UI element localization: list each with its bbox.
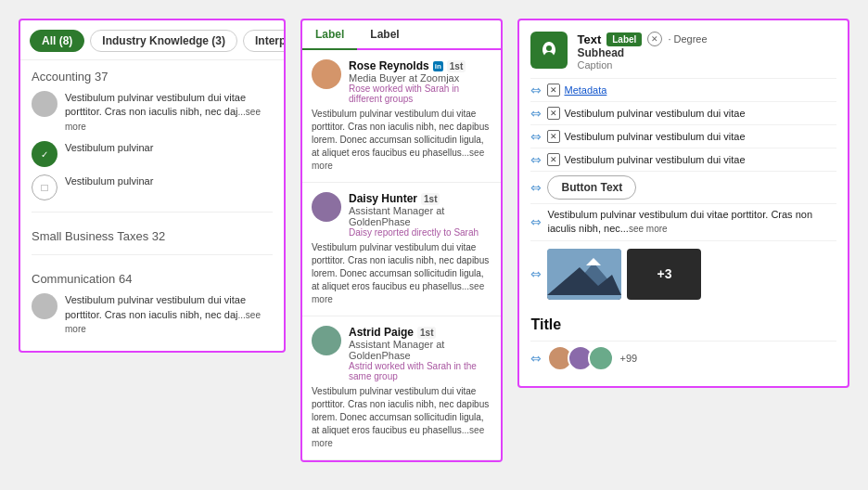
image-count[interactable]: +3 bbox=[627, 249, 701, 300]
person-title: Media Buyer at Zoomjax bbox=[349, 72, 491, 84]
tab-label-1[interactable]: Label bbox=[302, 20, 357, 50]
person-name: Astrid Paige 1st bbox=[349, 326, 491, 339]
avatars-container: +99 bbox=[547, 345, 637, 371]
tab-label-2[interactable]: Label bbox=[357, 20, 412, 50]
tab-bar: Label Label bbox=[302, 20, 501, 50]
image-mountain[interactable] bbox=[547, 249, 621, 300]
arrow-left-right-icon: ⇔ bbox=[530, 152, 542, 167]
person-title: Assistant Manager at GoldenPhase bbox=[349, 205, 491, 227]
arrow-left-right-icon: ⇔ bbox=[530, 83, 542, 97]
checkbox-text: Vestibulum pulvinar vestibulum dui vitae bbox=[564, 154, 745, 165]
images-row: ⇔ +3 bbox=[530, 240, 836, 307]
metadata-link[interactable]: Metadata bbox=[564, 84, 606, 96]
section-title-accounting: Accounting 37 bbox=[20, 60, 284, 87]
section-accounting: Accounting 37 Vestibulum pulvinar vestib… bbox=[20, 60, 284, 204]
checkbox-icon: ✕ bbox=[547, 153, 560, 166]
list-item: ✓ Vestibulum pulvinar bbox=[20, 137, 284, 171]
checkbox-text: Vestibulum pulvinar vestibulum dui vitae bbox=[564, 131, 745, 142]
button-row: ⇔ Button Text bbox=[530, 171, 836, 203]
avatar bbox=[32, 293, 57, 319]
avatar-daisy bbox=[312, 192, 341, 222]
filter-industry[interactable]: Industry Knowledge (3) bbox=[90, 30, 237, 52]
checkbox-row-2: ⇔ ✕ Vestibulum pulvinar vestibulum dui v… bbox=[530, 124, 836, 148]
arrow-left-right-icon: ⇔ bbox=[530, 129, 542, 144]
filter-bar: All (8) Industry Knowledge (3) Interpers bbox=[20, 20, 284, 60]
arrow-left-right-icon: ⇔ bbox=[530, 180, 542, 195]
metadata-row: ⇔ ✕ Metadata bbox=[530, 78, 836, 101]
person-relation: Rose worked with Sarah in different grou… bbox=[349, 84, 491, 104]
button-text[interactable]: Button Text bbox=[547, 175, 636, 200]
person-body: Vestibulum pulvinar vestibulum dui vitae… bbox=[312, 241, 491, 306]
avatar-count: +99 bbox=[619, 353, 637, 364]
divider bbox=[32, 212, 273, 213]
avatar-outline: □ bbox=[32, 174, 57, 200]
arrow-left-right-icon: ⇔ bbox=[530, 266, 542, 281]
arrow-left-right-icon: ⇔ bbox=[530, 106, 542, 121]
middle-panel: Label Label Rose Reynolds in 1st Media B… bbox=[300, 19, 503, 462]
list-item: □ Vestibulum pulvinar bbox=[20, 171, 284, 204]
person-name: Rose Reynolds in 1st bbox=[349, 59, 491, 72]
avatar-astrid bbox=[312, 326, 341, 355]
section-communication: Communication 64 Vestibulum pulvinar ves… bbox=[20, 263, 284, 340]
avatar-green: ✓ bbox=[32, 141, 57, 167]
section-title-right: Title bbox=[530, 311, 561, 337]
person-card-rose: Rose Reynolds in 1st Media Buyer at Zoom… bbox=[302, 50, 501, 183]
person-card-astrid: Astrid Paige 1st Assistant Manager at Go… bbox=[302, 316, 501, 460]
linkedin-icon: in bbox=[433, 61, 443, 71]
body-text: Vestibulum pulvinar vestibulum dui vitae… bbox=[547, 209, 812, 234]
checkbox-text: Vestibulum pulvinar vestibulum dui vitae bbox=[564, 108, 745, 119]
right-panel: Text Label ✕ · Degree Subhead Caption ⇔ … bbox=[517, 19, 849, 388]
person-body: Vestibulum pulvinar vestibulum dui vitae… bbox=[312, 108, 491, 173]
arrow-left-right-icon: ⇔ bbox=[530, 351, 542, 366]
checkbox-row-1: ⇔ ✕ Vestibulum pulvinar vestibulum dui v… bbox=[530, 101, 836, 124]
checkbox-icon: ✕ bbox=[547, 107, 560, 120]
avatar-rose bbox=[312, 59, 341, 89]
person-body: Vestibulum pulvinar vestibulum dui vitae… bbox=[312, 385, 491, 450]
title-row: Title bbox=[530, 307, 836, 341]
person-title: Assistant Manager at GoldenPhase bbox=[349, 339, 491, 361]
divider bbox=[32, 254, 273, 255]
profile-logo bbox=[530, 32, 568, 69]
body-text-row: ⇔ Vestibulum pulvinar vestibulum dui vit… bbox=[530, 203, 836, 240]
filter-interpers[interactable]: Interpers bbox=[243, 30, 284, 52]
verified-icon: ✕ bbox=[647, 32, 662, 46]
avatar bbox=[32, 91, 57, 117]
list-item: Vestibulum pulvinar vestibulum dui vitae… bbox=[20, 87, 284, 137]
images-container: +3 bbox=[547, 245, 701, 303]
degree-badge: 1st bbox=[417, 327, 436, 339]
checkbox-row-3: ⇔ ✕ Vestibulum pulvinar vestibulum dui v… bbox=[530, 148, 836, 171]
person-name: Daisy Hunter 1st bbox=[349, 192, 491, 205]
section-small-business: Small Business Taxes 32 bbox=[20, 220, 284, 247]
checkbox-icon: ✕ bbox=[547, 130, 560, 143]
profile-text-label: Text bbox=[577, 32, 601, 46]
svg-point-0 bbox=[546, 45, 552, 51]
section-title-communication: Communication 64 bbox=[20, 263, 284, 290]
degree-text: · Degree bbox=[668, 33, 707, 45]
filter-all[interactable]: All (8) bbox=[30, 30, 84, 52]
left-panel: All (8) Industry Knowledge (3) Interpers… bbox=[19, 19, 286, 353]
person-relation: Daisy reported directly to Sarah bbox=[349, 227, 491, 238]
person-relation: Astrid worked with Sarah in the same gro… bbox=[349, 361, 491, 381]
list-item: Vestibulum pulvinar vestibulum dui vitae… bbox=[20, 290, 284, 340]
arrow-left-right-icon: ⇔ bbox=[530, 214, 542, 229]
avatars-row: ⇔ +99 bbox=[530, 341, 836, 375]
degree-badge: 1st bbox=[421, 193, 440, 205]
profile-header: Text Label ✕ · Degree Subhead Caption bbox=[530, 32, 836, 71]
checkbox-icon: ✕ bbox=[547, 84, 560, 97]
person-card-daisy: Daisy Hunter 1st Assistant Manager at Go… bbox=[302, 183, 501, 316]
profile-badge-label: Label bbox=[606, 32, 642, 46]
subhead: Subhead bbox=[577, 46, 707, 59]
caption: Caption bbox=[577, 59, 707, 71]
degree-badge: 1st bbox=[447, 60, 466, 72]
avatar-small-3 bbox=[588, 345, 614, 371]
section-title-small-business: Small Business Taxes 32 bbox=[20, 220, 284, 247]
